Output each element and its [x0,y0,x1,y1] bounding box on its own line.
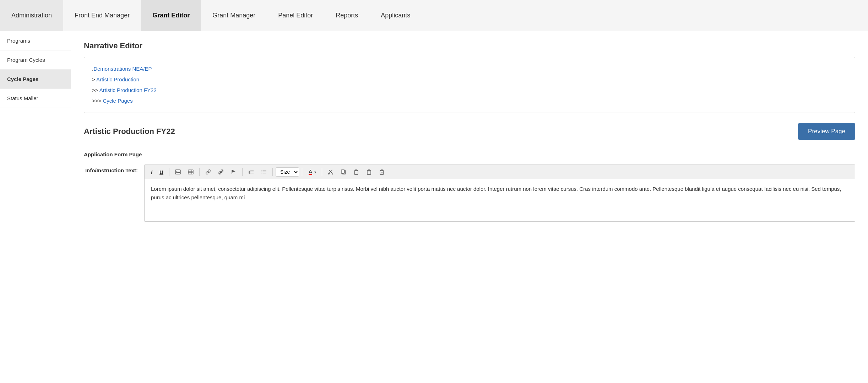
svg-point-1 [177,171,178,172]
nav-reports[interactable]: Reports [324,0,369,31]
toolbar-underline-button[interactable]: U [157,167,166,177]
svg-text:3.: 3. [249,172,250,174]
toolbar-cut-button[interactable] [325,167,336,177]
nav-panel-editor[interactable]: Panel Editor [267,0,324,31]
toolbar-table-button[interactable] [185,167,196,177]
unordered-list-icon [261,169,267,175]
breadcrumb-row-3: >>> Cycle Pages [92,96,847,106]
dropdown-arrow-icon: ▾ [314,170,316,174]
toolbar-sep-6 [322,168,322,176]
toolbar-flag-button[interactable] [228,167,239,177]
form-section: Application Form Page Info/Instruction T… [84,149,855,222]
toolbar-paste-plain-button[interactable] [363,167,375,177]
breadcrumb-artistic-production[interactable]: Artistic Production [96,76,139,82]
preview-page-button[interactable]: Preview Page [798,123,855,140]
sidebar-item-cycle-pages[interactable]: Cycle Pages [0,70,71,89]
top-navigation: Administration Front End Manager Grant E… [0,0,868,31]
toolbar-link-button[interactable] [202,167,214,177]
breadcrumb-row-1: > Artistic Production [92,74,847,85]
toolbar-sep-3 [242,168,243,176]
sidebar-item-program-cycles[interactable]: Program Cycles [0,50,71,70]
toolbar-sep-2 [199,168,200,176]
toolbar-font-color-button[interactable]: A ▾ [305,167,319,177]
paste-word-icon: W [379,169,385,175]
image-icon [175,169,181,175]
editor-text: Lorem ipsum dolor sit amet, consectetur … [151,186,841,200]
toolbar-paste-button[interactable] [351,167,362,177]
sidebar: Programs Program Cycles Cycle Pages Stat… [0,31,71,383]
breadcrumb-row-2: >> Artistic Production FY22 [92,85,847,96]
toolbar-unordered-list-button[interactable] [258,167,270,177]
svg-rect-0 [175,170,180,174]
nav-grant-editor[interactable]: Grant Editor [141,0,201,31]
svg-point-20 [261,172,262,172]
nav-grant-manager[interactable]: Grant Manager [201,0,267,31]
toolbar-italic-button[interactable]: I [148,167,155,177]
copy-icon [341,169,346,175]
breadcrumb-box: .Demonstrations NEA/EP > Artistic Produc… [84,57,855,113]
label-info-instruction: Info/Instruction Text: [84,164,144,174]
bc-separator-2: >> [92,87,99,93]
svg-marker-8 [232,170,235,173]
bc-separator-3: >>> [92,98,103,104]
svg-rect-29 [341,170,345,173]
svg-text:A: A [309,169,312,174]
sidebar-item-programs[interactable]: Programs [0,31,71,50]
svg-point-19 [261,171,262,171]
underline-icon: U [159,169,163,175]
page-layout: Programs Program Cycles Cycle Pages Stat… [0,31,868,383]
editor-toolbar: I U [144,164,855,179]
toolbar-copy-button[interactable] [338,167,349,177]
paste-icon [353,169,359,175]
unlink-icon [218,169,224,175]
svg-rect-23 [309,174,312,175]
flag-icon [231,169,237,175]
form-row-info-instruction: Info/Instruction Text: I U [84,164,855,222]
toolbar-unlink-button[interactable] [215,167,227,177]
page-title: Artistic Production FY22 [84,127,175,136]
label-application-form-page: Application Form Page [84,149,148,158]
toolbar-sep-4 [272,168,273,176]
main-content: Narrative Editor .Demonstrations NEA/EP … [71,31,868,383]
toolbar-size-select[interactable]: Size 8 10 12 14 16 18 24 36 [276,167,299,177]
svg-point-27 [332,173,333,174]
paste-plain-icon [366,169,372,175]
bc-separator-1: > [92,76,96,82]
toolbar-ordered-list-button[interactable]: 1.2.3. [245,167,257,177]
page-title-row: Artistic Production FY22 Preview Page [84,123,855,140]
breadcrumb-cycle-pages[interactable]: Cycle Pages [103,98,132,104]
toolbar-paste-word-button[interactable]: W [376,167,387,177]
editor-content-area[interactable]: Lorem ipsum dolor sit amet, consectetur … [144,179,855,222]
breadcrumb-artistic-production-fy22[interactable]: Artistic Production FY22 [99,87,157,93]
svg-text:W: W [381,172,383,174]
link-icon [205,169,211,175]
toolbar-sep-1 [169,168,169,176]
nav-applicants[interactable]: Applicants [369,0,422,31]
toolbar-image-button[interactable] [172,167,184,177]
breadcrumb-row-0: .Demonstrations NEA/EP [92,64,847,74]
sidebar-item-status-mailer[interactable]: Status Mailer [0,89,71,108]
svg-point-26 [329,173,330,174]
table-icon [188,169,194,175]
cut-icon [328,169,333,175]
nav-front-end-manager[interactable]: Front End Manager [63,0,141,31]
breadcrumb-demonstrations[interactable]: Demonstrations NEA/EP [93,66,152,72]
narrative-editor-title: Narrative Editor [84,41,855,50]
font-color-icon: A [308,169,314,175]
info-instruction-editor: I U [144,164,855,222]
form-row-application: Application Form Page [84,149,855,158]
italic-icon: I [151,169,152,175]
svg-rect-2 [188,170,193,174]
toolbar-sep-5 [302,168,302,176]
ordered-list-icon: 1.2.3. [248,169,254,175]
svg-point-21 [261,173,262,173]
nav-administration[interactable]: Administration [0,0,63,31]
